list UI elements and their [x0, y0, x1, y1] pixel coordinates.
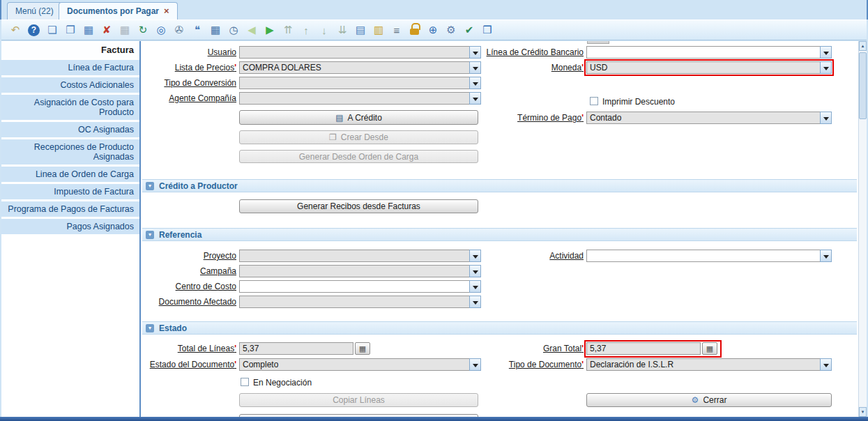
en-negociacion-checkbox[interactable] [241, 378, 249, 386]
dropdown-arrow-icon[interactable] [469, 61, 481, 74]
tab-documentos-por-pagar[interactable]: Documentos por Pagar × [59, 2, 178, 20]
help-icon[interactable]: ? [28, 24, 40, 36]
estado-documento-combobox[interactable]: Completo [239, 358, 481, 371]
save-as-icon[interactable]: ▦ [80, 22, 97, 38]
dropdown-arrow-icon[interactable] [469, 77, 481, 89]
proyecto-label[interactable]: Proyecto [141, 251, 236, 261]
total-lineas-calculator-button[interactable]: ▦ [355, 342, 370, 355]
first-record-icon[interactable]: ⇈ [280, 22, 296, 38]
actividad-combobox[interactable] [586, 250, 832, 262]
proyecto-combobox[interactable] [239, 250, 481, 262]
agente-combobox[interactable] [239, 92, 481, 105]
sidebar-item-factura[interactable]: Factura [1, 43, 139, 58]
estado-documento-label[interactable]: Estado del Documento [141, 360, 236, 370]
documento-afectado-label[interactable]: Documento Afectado [141, 297, 236, 307]
dropdown-arrow-icon[interactable] [469, 46, 481, 59]
print-icon[interactable]: ≡ [388, 22, 405, 38]
lista-precios-label[interactable]: Lista de Precios [141, 63, 236, 73]
dropdown-arrow-icon[interactable] [820, 112, 832, 124]
section-toggle-icon[interactable]: ▾ [146, 182, 154, 190]
last-record-icon[interactable]: ⇊ [334, 22, 351, 38]
sidebar-item-impuesto-factura[interactable]: Impuesto de Factura [1, 184, 139, 199]
grid-toggle-icon[interactable]: ▦ [207, 22, 224, 38]
section-toggle-icon[interactable]: ▾ [146, 231, 154, 239]
sidebar-item-linea-orden-carga[interactable]: Linea de Orden de Carga [1, 167, 139, 182]
close-tab-icon[interactable]: × [164, 8, 169, 15]
dropdown-arrow-icon[interactable] [469, 280, 481, 293]
attachment-icon[interactable]: ✇ [171, 22, 188, 38]
sidebar-item-pagos-asignados[interactable]: Pagos Asignados [1, 219, 139, 234]
scrollbar-thumb[interactable] [859, 52, 867, 119]
gran-total-label[interactable]: Gran Total [486, 344, 584, 354]
dropdown-arrow-icon[interactable] [469, 250, 481, 262]
copiar-lineas-button[interactable]: Copiar Líneas [239, 393, 478, 407]
product-info-icon[interactable]: ❒ [479, 22, 496, 38]
lock-icon[interactable] [406, 22, 423, 38]
tab-menu[interactable]: Menú (22) [7, 2, 62, 20]
termino-pago-combobox[interactable]: Contado [586, 112, 832, 124]
generar-recibos-button[interactable]: Generar Recibos desde Facturas [239, 199, 478, 213]
imprimir-descuento-checkbox[interactable] [590, 97, 598, 105]
previous-record-icon[interactable]: ◀ [243, 22, 260, 38]
sidebar-item-oc-asignadas[interactable]: OC Asignadas [1, 122, 139, 137]
tipo-conversion-label[interactable]: Tipo de Conversión [141, 78, 236, 89]
moneda-label[interactable]: Moneda [486, 63, 584, 73]
next-record-icon[interactable]: ▶ [261, 22, 278, 38]
vertical-scrollbar[interactable]: ▲ ▼ [858, 41, 867, 417]
up-record-icon[interactable]: ↑ [298, 22, 314, 38]
actividad-label[interactable]: Actividad [486, 251, 584, 261]
lista-precios-combobox[interactable]: COMPRA DOLARES [239, 61, 481, 74]
sidebar-item-recepciones-producto[interactable]: Recepciones de Producto Asignadas [1, 139, 139, 164]
scroll-down-icon[interactable]: ▼ [859, 407, 867, 417]
scroll-up-icon[interactable]: ▲ [859, 41, 867, 51]
dropdown-arrow-icon[interactable] [469, 92, 481, 105]
dropdown-arrow-icon[interactable] [469, 358, 481, 371]
dropdown-arrow-icon[interactable] [820, 46, 832, 59]
crear-desde-button[interactable]: ❐ Crear Desde [239, 130, 478, 144]
gran-total-calculator-button[interactable]: ▦ [702, 342, 717, 355]
sidebar-item-programa-pagos[interactable]: Programa de Pagos de Facturas [1, 201, 139, 217]
gran-total-field[interactable]: 5,37 [586, 342, 701, 355]
cerrar-button[interactable]: ⚙ Cerrar [586, 393, 832, 407]
dropdown-arrow-icon[interactable] [820, 250, 832, 262]
campana-label[interactable]: Campaña [141, 266, 236, 277]
moneda-combobox[interactable]: USD [586, 61, 832, 74]
usuario-label[interactable]: Usuario [141, 47, 236, 58]
linea-credito-label[interactable]: Línea de Crédito Bancario [486, 47, 584, 58]
linea-credito-combobox[interactable] [586, 46, 832, 59]
find-icon[interactable]: ◎ [153, 22, 169, 38]
dropdown-arrow-icon[interactable] [820, 358, 832, 371]
dropdown-arrow-icon[interactable] [820, 61, 832, 74]
archive-icon[interactable]: ▥ [370, 22, 387, 38]
sidebar-item-linea-de-factura[interactable]: Línea de Factura [1, 60, 139, 75]
generar-desde-oc-button[interactable]: Generar Desde Orden de Carga [239, 150, 478, 163]
workflow-icon[interactable]: ⚙ [443, 22, 459, 38]
section-toggle-icon[interactable]: ▾ [146, 324, 154, 332]
tipo-documento-combobox[interactable]: Declaración de I.S.L.R [586, 358, 832, 371]
report-icon[interactable]: ▤ [352, 22, 369, 38]
centro-costo-label[interactable]: Centro de Costo [141, 282, 236, 292]
termino-pago-label[interactable]: Término de Pago [486, 113, 584, 123]
sidebar-item-costos-adicionales[interactable]: Costos Adicionales [1, 77, 139, 93]
save-icon[interactable]: ▦ [116, 22, 133, 38]
chat-icon[interactable]: ❝ [189, 22, 206, 38]
a-credito-button[interactable]: ▤ A Crédito [239, 110, 478, 125]
down-record-icon[interactable]: ↓ [316, 22, 333, 38]
usuario-combobox[interactable] [239, 46, 481, 59]
agente-label[interactable]: Agente Compañía [141, 93, 236, 104]
total-lineas-label[interactable]: Total de Líneas [141, 344, 236, 354]
zoom-across-icon[interactable]: ⊕ [425, 22, 441, 38]
workflow-activities-icon[interactable]: ✔ [461, 22, 478, 38]
documento-afectado-combobox[interactable] [239, 296, 481, 308]
refresh-icon[interactable]: ↻ [135, 22, 151, 38]
total-lineas-field[interactable]: 5,37 [239, 342, 353, 355]
tipo-conversion-combobox[interactable] [239, 77, 481, 89]
dropdown-arrow-icon[interactable] [469, 296, 481, 308]
undo-icon[interactable]: ↶ [7, 22, 24, 38]
history-icon[interactable]: ◷ [225, 22, 242, 38]
new-record-icon[interactable]: ❏ [44, 22, 61, 38]
sidebar-item-asignacion-de-costo[interactable]: Asignación de Costo para Producto [1, 95, 139, 120]
campana-combobox[interactable] [239, 265, 481, 277]
delete-record-icon[interactable]: ✘ [98, 22, 115, 38]
dropdown-arrow-icon[interactable] [469, 265, 481, 277]
